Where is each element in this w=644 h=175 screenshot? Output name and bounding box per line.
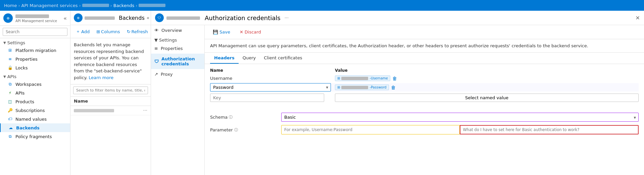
username-delete-icon[interactable]: 🗑 [392, 76, 397, 81]
sidebar-header: ⊕ API Management service « [0, 11, 70, 26]
sidebar-nav: ▼ Settings ⊞ Platform migration ≡ Proper… [0, 38, 70, 175]
backends-panel: ⊕ Backends « ＋ Add ⊞ Columns ↻ Refresh ·… [70, 11, 151, 175]
sidebar: ⊕ API Management service « ▼ Settings ⊞ … [0, 11, 70, 175]
sidebar-item-backends[interactable]: ☁ Backends [0, 123, 70, 132]
auth-toolbar: 💾 Save ✕ Discard [205, 25, 644, 39]
sidebar-item-named-values[interactable]: 🏷 Named values [0, 115, 70, 123]
auth-service-blurred [166, 16, 200, 20]
table-row-password: Password Header Query ⊞ -Password [210, 83, 639, 92]
close-icon[interactable]: ✕ [636, 15, 640, 21]
filter-bar [70, 84, 151, 97]
parameter-placeholder-input[interactable] [281, 125, 460, 134]
breadcrumb-service [82, 4, 109, 7]
backend-list-item[interactable]: ··· [70, 106, 151, 115]
sidebar-item-policy-fragments[interactable]: ⧉ Policy fragments [0, 132, 70, 141]
refresh-icon: ↻ [127, 29, 131, 34]
username-label: Username [210, 76, 331, 81]
password-value-cell: ⊞ -Password 🗑 [335, 84, 639, 90]
auth-panel-title: Authorization credentials [205, 14, 281, 21]
backends-avatar: ⊕ [74, 13, 83, 22]
subnav-item-properties[interactable]: ≡ Properties [151, 43, 204, 54]
save-button[interactable]: 💾 Save [209, 28, 234, 36]
auth-body: 👁 Overview ▼ Settings ≡ Properties 🛡 Aut… [151, 25, 644, 175]
parameter-info-icon[interactable]: ⓘ [234, 127, 238, 132]
properties-icon: ≡ [154, 46, 158, 51]
auth-avatar: 🛡 [155, 13, 164, 22]
cloud-icon: ☁ [8, 125, 13, 130]
backend-item-more-icon[interactable]: ··· [143, 108, 147, 113]
auth-panel: 🛡 Authorization credentials ··· ✕ 👁 Over… [151, 11, 644, 175]
sidebar-item-products[interactable]: ◫ Products [0, 97, 70, 106]
box-icon: ◫ [7, 99, 13, 104]
arrow-icon: ↗ [154, 72, 158, 77]
subnav-item-proxy[interactable]: ↗ Proxy [151, 69, 204, 79]
subnav-settings-group[interactable]: ▼ Settings [151, 36, 204, 43]
settings-group-label[interactable]: ▼ Settings [0, 38, 70, 46]
select-named-value-button[interactable]: Select named value [335, 94, 639, 102]
shield-icon: 🛡 [154, 59, 159, 64]
password-blurred [341, 86, 368, 89]
learn-more-link[interactable]: Learn more [89, 75, 113, 80]
sidebar-search-input[interactable] [3, 28, 67, 36]
backends-description: Backends let you manage resources repres… [70, 38, 151, 84]
schema-row: Schema ⓘ Basic Bearer Digest [210, 113, 639, 122]
tab-headers[interactable]: Headers [210, 53, 239, 64]
sidebar-search-area [0, 26, 70, 38]
discard-icon: ✕ [240, 30, 243, 35]
refresh-button[interactable]: ↻ Refresh [124, 28, 151, 36]
apis-chevron-icon: ▼ [3, 75, 6, 78]
schema-info-icon[interactable]: ⓘ [229, 115, 233, 120]
badge-icon2: ⊞ [337, 85, 340, 89]
subnav-item-auth-credentials[interactable]: 🛡 Authorization credentials [151, 54, 204, 69]
password-suffix: -Password [369, 85, 386, 89]
sidebar-item-subscriptions[interactable]: 🔑 Subscriptions [0, 106, 70, 115]
backends-list: ··· [70, 106, 151, 175]
table-row-username: Username ⊞ -Username 🗑 [210, 75, 639, 81]
sidebar-item-properties[interactable]: ≡ Properties [0, 55, 70, 63]
breadcrumb-backends[interactable]: Backends [113, 3, 134, 8]
key-input[interactable] [210, 94, 324, 102]
columns-button[interactable]: ⊞ Columns [94, 28, 122, 36]
breadcrumb-apim[interactable]: API Management services [21, 3, 78, 8]
eye-icon: 👁 [154, 28, 159, 33]
key-icon: 🔑 [7, 108, 13, 113]
tag-icon: 🏷 [7, 116, 13, 122]
discard-button[interactable]: ✕ Discard [236, 28, 265, 36]
save-icon: 💾 [213, 30, 218, 35]
auth-tabs: Headers Query Client certificates [205, 53, 644, 64]
username-value-badge: ⊞ -Username [335, 75, 390, 81]
columns-icon: ⊞ [96, 29, 100, 34]
auth-more-icon[interactable]: ··· [285, 15, 289, 20]
sidebar-item-apis[interactable]: ⚡ APIs [0, 89, 70, 97]
subnav-item-overview[interactable]: 👁 Overview [151, 25, 204, 36]
backends-title: Backends [119, 15, 145, 21]
password-value-badge: ⊞ -Password [335, 84, 389, 90]
sidebar-item-platform-migration[interactable]: ⊞ Platform migration [0, 46, 70, 55]
sidebar-item-locks[interactable]: 🔒 Locks [0, 63, 70, 72]
sidebar-collapse-icon[interactable]: « [63, 15, 67, 21]
parameter-error-input[interactable] [460, 125, 639, 134]
breadcrumb-home[interactable]: Home [4, 3, 17, 8]
subnav-chevron-icon: ▼ [154, 38, 158, 43]
sidebar-service-name [15, 14, 49, 18]
password-dropdown-cell: Password Header Query [210, 83, 331, 92]
tab-client-certificates[interactable]: Client certificates [260, 53, 306, 64]
settings-chevron-icon: ▼ [3, 41, 6, 45]
panel-collapse-icon[interactable]: « [147, 15, 150, 20]
password-select[interactable]: Password Header Query [210, 83, 331, 92]
name-col-header: Name [210, 68, 331, 73]
add-button[interactable]: ＋ Add [73, 27, 92, 36]
auth-subnav: 👁 Overview ▼ Settings ≡ Properties 🛡 Aut… [151, 25, 205, 175]
table-header-row: Name Value [210, 68, 639, 73]
filter-input[interactable] [73, 86, 148, 94]
username-value-cell: ⊞ -Username 🗑 [335, 75, 639, 81]
password-delete-icon[interactable]: 🗑 [391, 85, 396, 90]
auth-description: API Management can use query parameters,… [205, 39, 644, 53]
backends-panel-header: ⊕ Backends « [70, 11, 151, 25]
sidebar-item-workspaces[interactable]: ⧉ Workspaces [0, 80, 70, 89]
schema-select[interactable]: Basic Bearer Digest [281, 113, 639, 122]
apis-group-label[interactable]: ▼ APIs [0, 72, 70, 80]
badge-icon: ⊞ [337, 76, 340, 80]
cubes-icon: ⧉ [7, 81, 13, 87]
tab-query[interactable]: Query [239, 53, 260, 64]
